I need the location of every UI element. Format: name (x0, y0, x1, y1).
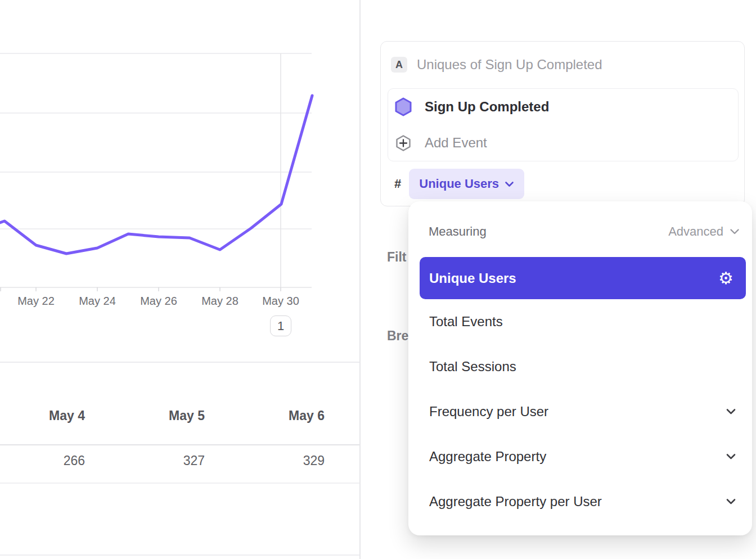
series-letter-badge: A (391, 57, 407, 73)
dropdown-item[interactable]: Total Sessions (408, 344, 752, 389)
divider (0, 362, 359, 363)
chevron-down-icon (726, 498, 736, 505)
divider (0, 483, 359, 484)
add-event-label: Add Event (425, 135, 487, 151)
panel-divider (359, 0, 361, 559)
dropdown-item-label: Total Sessions (429, 359, 516, 375)
event-name: Sign Up Completed (425, 99, 549, 115)
dropdown-item[interactable]: Aggregate Property (408, 434, 752, 479)
table-header-cell: May 4 (0, 408, 120, 423)
dropdown-item-label: Aggregate Property per User (429, 494, 602, 510)
divider (0, 444, 359, 445)
chevron-down-icon (726, 453, 736, 460)
chart-panel: May 22May 24May 26May 28May 30 1 May 4 M… (0, 0, 359, 559)
annotation-badge[interactable]: 1 (270, 315, 291, 336)
dropdown-header: Measuring Advanced (429, 219, 740, 244)
filter-section-label: Filt (387, 250, 407, 265)
x-axis-label: May 30 (262, 295, 299, 308)
gear-icon[interactable]: ⚙ (718, 270, 734, 287)
table-value-cell: 327 (120, 453, 240, 468)
dropdown-item-selected[interactable]: Unique Users ⚙ (420, 257, 746, 299)
hexagon-plus-icon (395, 134, 412, 152)
chevron-down-icon (505, 181, 514, 187)
x-axis-label: May 22 (17, 295, 55, 308)
chevron-down-icon (726, 408, 736, 415)
event-card: Sign Up Completed Add Event (388, 88, 739, 161)
metric-value: Unique Users (419, 177, 499, 191)
advanced-mode-select[interactable]: Advanced (668, 224, 740, 239)
dropdown-item-label: Total Events (429, 314, 503, 330)
x-axis-label: May 28 (201, 295, 238, 308)
line-chart-svg (0, 0, 359, 337)
series-line (0, 96, 312, 254)
selected-item-label: Unique Users (429, 271, 516, 286)
metric-dropdown-button[interactable]: Unique Users (409, 169, 524, 199)
dropdown-item[interactable]: Frequency per User (408, 389, 752, 434)
line-chart: May 22May 24May 26May 28May 30 1 (0, 0, 359, 337)
divider (0, 555, 359, 556)
chevron-down-icon (730, 228, 740, 235)
hexagon-icon (395, 97, 412, 116)
metric-row: # Unique Users (394, 169, 524, 199)
advanced-label: Advanced (668, 224, 723, 239)
dropdown-items: Total Events Total Sessions Frequency pe… (408, 299, 752, 524)
event-row[interactable]: Sign Up Completed (388, 89, 738, 125)
table-value-cell: 266 (0, 453, 120, 468)
table-value-cell: 329 (240, 453, 359, 468)
measuring-label: Measuring (429, 224, 487, 239)
table-header-row: May 4 May 5 May 6 (0, 408, 359, 423)
dropdown-item-label: Frequency per User (429, 404, 548, 420)
dropdown-item-label: Aggregate Property (429, 449, 546, 465)
table-row: 266 327 329 (0, 453, 359, 468)
measurement-dropdown: Measuring Advanced Unique Users ⚙ Total … (408, 201, 752, 535)
table-header-cell: May 6 (240, 408, 359, 423)
hash-symbol: # (394, 177, 401, 191)
x-axis-label: May 24 (79, 295, 116, 308)
add-event-row[interactable]: Add Event (388, 125, 738, 161)
series-header: A Uniques of Sign Up Completed (391, 57, 602, 73)
dropdown-item[interactable]: Aggregate Property per User (408, 479, 752, 524)
breakdown-section-label: Bre (387, 328, 408, 344)
query-builder-card: A Uniques of Sign Up Completed Sign Up C… (380, 41, 745, 206)
series-title: Uniques of Sign Up Completed (417, 57, 602, 73)
table-header-cell: May 5 (120, 408, 240, 423)
x-axis-label: May 26 (140, 295, 177, 308)
dropdown-item[interactable]: Total Events (408, 299, 752, 344)
